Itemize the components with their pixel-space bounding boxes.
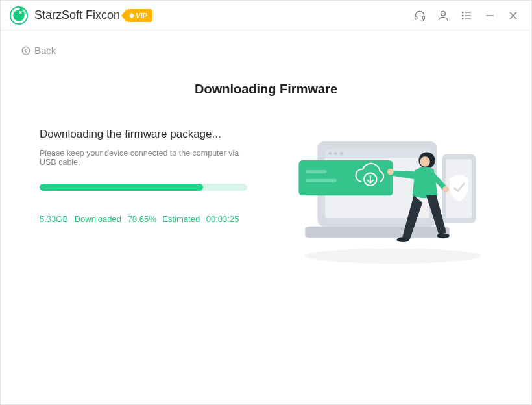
stat-downloaded-value: 78.65% <box>128 214 156 224</box>
menu-button[interactable] <box>460 9 473 22</box>
back-arrow-icon <box>21 46 30 55</box>
diamond-icon: ◆ <box>129 11 134 19</box>
svg-rect-22 <box>298 160 393 195</box>
user-icon <box>437 9 450 22</box>
content-area: Back Downloading Firmware Downloading th… <box>1 31 531 404</box>
svg-point-31 <box>397 237 409 242</box>
app-window: StarzSoft Fixcon ◆ VIP <box>0 0 532 405</box>
app-logo <box>10 6 28 25</box>
svg-point-19 <box>340 152 343 155</box>
titlebar: StarzSoft Fixcon ◆ VIP <box>1 1 531 31</box>
illustration <box>267 128 507 277</box>
app-title: StarzSoft Fixcon <box>34 8 120 22</box>
close-icon <box>507 9 520 22</box>
svg-point-18 <box>334 152 337 155</box>
svg-point-30 <box>442 186 449 193</box>
svg-point-5 <box>462 15 463 16</box>
close-button[interactable] <box>507 9 520 22</box>
progress-fill <box>40 184 203 191</box>
stat-estimated-label: Estimated <box>162 214 200 224</box>
svg-point-12 <box>22 47 30 55</box>
download-stats: 5.33GB Downloaded 78.65% Estimated 00:03… <box>40 214 254 224</box>
svg-rect-15 <box>305 227 450 238</box>
account-button[interactable] <box>437 9 450 22</box>
svg-point-2 <box>441 11 446 16</box>
minimize-icon <box>483 9 496 22</box>
svg-rect-0 <box>415 16 417 19</box>
svg-rect-1 <box>422 16 424 19</box>
back-button[interactable]: Back <box>21 45 511 56</box>
stat-size: 5.33GB <box>40 214 68 224</box>
back-label: Back <box>34 45 56 56</box>
headset-icon <box>413 9 426 22</box>
svg-point-7 <box>462 18 463 19</box>
menu-list-icon <box>460 9 473 22</box>
support-button[interactable] <box>413 9 426 22</box>
progress-bar <box>40 184 247 191</box>
logo-icon <box>10 6 28 25</box>
svg-point-17 <box>328 152 332 155</box>
download-subtitle: Downloading the firmware package... <box>40 128 254 141</box>
minimize-button[interactable] <box>483 9 496 22</box>
vip-badge: ◆ VIP <box>127 9 152 22</box>
svg-point-29 <box>387 169 394 175</box>
svg-point-32 <box>437 233 450 238</box>
stat-downloaded-label: Downloaded <box>75 214 121 224</box>
svg-point-33 <box>305 249 481 264</box>
download-panel: Downloading the firmware package... Plea… <box>40 128 254 277</box>
title-actions <box>413 9 520 22</box>
svg-point-28 <box>420 156 430 167</box>
svg-point-3 <box>462 12 463 13</box>
stat-estimated-value: 00:03:25 <box>206 214 239 224</box>
download-hint: Please keep your device connected to the… <box>40 149 254 167</box>
download-illustration-icon <box>286 128 487 277</box>
page-title: Downloading Firmware <box>21 82 511 97</box>
vip-label: VIP <box>136 12 147 19</box>
